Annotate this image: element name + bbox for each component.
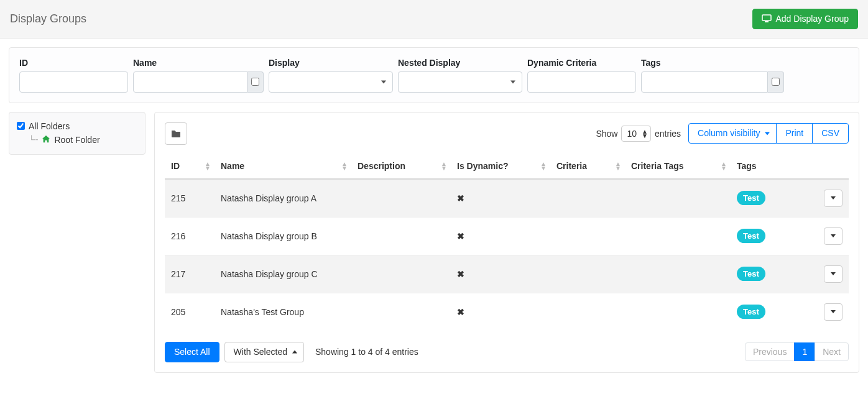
column-visibility-button[interactable]: Column visibility (688, 123, 777, 144)
x-icon: ✖ (457, 193, 464, 203)
display-groups-table: ID▲▼ Name▲▼ Description▲▼ Is Dynamic?▲▼ … (165, 154, 849, 331)
cell-is-dynamic: ✖ (451, 293, 550, 331)
filter-nested-display: Nested Display (398, 58, 522, 93)
chevron-down-icon (831, 310, 836, 313)
tree-node-all-folders[interactable]: All Folders (17, 121, 137, 131)
pagination: Previous 1 Next (745, 342, 849, 361)
chevron-up-icon (292, 351, 297, 354)
folder-button[interactable] (165, 122, 187, 145)
sort-icon: ▲▼ (441, 162, 447, 170)
cell-description (351, 179, 451, 218)
filter-display-select[interactable] (269, 71, 393, 93)
filter-name-input[interactable] (133, 71, 247, 93)
col-is-dynamic[interactable]: Is Dynamic?▲▼ (451, 154, 550, 179)
filter-name-check-addon (247, 71, 264, 93)
sort-icon: ▲▼ (721, 162, 727, 170)
add-display-group-button[interactable]: Add Display Group (752, 9, 858, 29)
cell-criteria (550, 293, 625, 331)
print-button[interactable]: Print (776, 123, 813, 144)
svg-rect-0 (762, 15, 771, 21)
with-selected-button[interactable]: With Selected (224, 342, 304, 362)
all-folders-checkbox[interactable] (17, 122, 25, 130)
cell-name: Natasha Display group C (215, 255, 351, 293)
monitor-icon (762, 14, 772, 23)
home-icon (42, 135, 50, 145)
page-title: Display Groups (10, 12, 86, 25)
folder-icon (171, 129, 181, 138)
entries-label: entries (655, 129, 681, 139)
col-description[interactable]: Description▲▼ (351, 154, 451, 179)
x-icon: ✖ (457, 231, 464, 241)
filter-tags-input[interactable] (641, 71, 768, 93)
col-criteria[interactable]: Criteria▲▼ (550, 154, 625, 179)
chevron-down-icon (831, 234, 836, 237)
entries-select[interactable]: 10 ▲▼ (621, 126, 651, 142)
x-icon: ✖ (457, 307, 464, 317)
tag-pill[interactable]: Test (737, 191, 765, 205)
csv-button[interactable]: CSV (812, 123, 849, 144)
tag-pill[interactable]: Test (737, 267, 765, 281)
filter-id-input[interactable] (19, 71, 128, 93)
page-next[interactable]: Next (815, 342, 849, 361)
col-criteria-tags[interactable]: Criteria Tags▲▼ (625, 154, 731, 179)
select-all-button[interactable]: Select All (165, 342, 219, 362)
table-row: 215Natasha Display group A✖Test (165, 179, 849, 218)
chevron-down-icon (765, 132, 770, 135)
x-icon: ✖ (457, 269, 464, 279)
filter-tags-label: Tags (641, 58, 784, 68)
cell-criteria (550, 255, 625, 293)
filter-name: Name (133, 58, 264, 93)
page-1[interactable]: 1 (794, 342, 815, 361)
cell-name: Natasha Display group B (215, 217, 351, 255)
tree-node-root-folder[interactable]: └╌ Root Folder (17, 135, 137, 145)
filter-nested-display-select[interactable] (398, 71, 522, 93)
col-name[interactable]: Name▲▼ (215, 154, 351, 179)
spinner-icon: ▲▼ (642, 129, 648, 138)
filter-name-checkbox[interactable] (251, 78, 259, 86)
chevron-down-icon (510, 80, 515, 83)
cell-criteria (550, 217, 625, 255)
filter-display-label: Display (269, 58, 393, 68)
col-id[interactable]: ID▲▼ (165, 154, 215, 179)
cell-criteria-tags (625, 217, 731, 255)
page-previous[interactable]: Previous (745, 342, 795, 361)
filter-dynamic-criteria-input[interactable] (527, 71, 636, 93)
tree-connector-icon: └╌ (29, 135, 38, 144)
filter-id: ID (19, 58, 128, 93)
row-menu-button[interactable] (824, 265, 843, 283)
col-tags: Tags (731, 154, 818, 179)
tag-pill[interactable]: Test (737, 229, 765, 243)
filter-name-label: Name (133, 58, 264, 68)
with-selected-label: With Selected (234, 347, 287, 357)
cell-criteria-tags (625, 179, 731, 218)
cell-is-dynamic: ✖ (451, 217, 550, 255)
row-menu-button[interactable] (824, 227, 843, 245)
table-row: 217Natasha Display group C✖Test (165, 255, 849, 293)
filter-panel: ID Name Display Nested Display Dynamic C… (9, 47, 859, 103)
showing-text: Showing 1 to 4 of 4 entries (315, 347, 418, 357)
cell-tags: Test (731, 255, 818, 293)
chevron-down-icon (831, 272, 836, 275)
cell-tags: Test (731, 293, 818, 331)
main-panel: Show 10 ▲▼ entries Column visibility Pri… (154, 112, 859, 373)
cell-actions (818, 217, 849, 255)
entries-value: 10 (627, 129, 637, 139)
filter-display: Display (269, 58, 393, 93)
entries-control: Show 10 ▲▼ entries (596, 126, 681, 142)
chevron-down-icon (381, 80, 386, 83)
cell-description (351, 255, 451, 293)
cell-is-dynamic: ✖ (451, 179, 550, 218)
cell-criteria-tags (625, 293, 731, 331)
filter-dynamic-criteria-label: Dynamic Criteria (527, 58, 636, 68)
folder-sidebar: All Folders └╌ Root Folder (9, 112, 145, 155)
tag-pill[interactable]: Test (737, 305, 765, 319)
filter-tags-checkbox[interactable] (772, 78, 780, 86)
cell-actions (818, 293, 849, 331)
cell-tags: Test (731, 179, 818, 218)
cell-description (351, 293, 451, 331)
row-menu-button[interactable] (824, 190, 843, 207)
cell-criteria-tags (625, 255, 731, 293)
all-folders-label: All Folders (29, 121, 70, 131)
row-menu-button[interactable] (824, 303, 843, 321)
root-folder-label: Root Folder (54, 135, 99, 145)
